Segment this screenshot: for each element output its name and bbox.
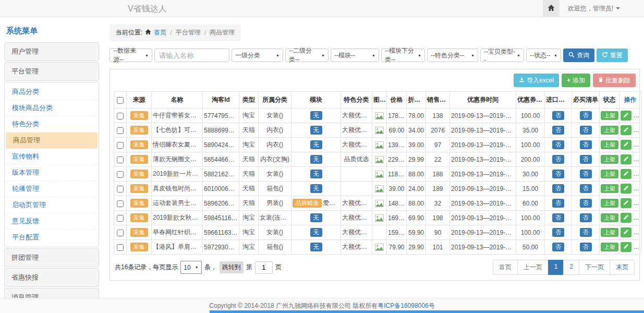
import-select-toggle[interactable]: 否 <box>552 199 564 208</box>
import-select-toggle[interactable]: 否 <box>552 140 564 150</box>
user-menu[interactable]: 欢迎您，管理员! <box>560 0 644 17</box>
must-buy-toggle[interactable]: 否 <box>580 184 592 194</box>
status-badge[interactable]: 上架 <box>601 199 618 208</box>
row-checkbox[interactable] <box>117 230 124 236</box>
row-checkbox[interactable] <box>117 186 124 192</box>
sidebar-subitem-9[interactable]: 平台配置 <box>5 230 99 245</box>
sidebar-item-1[interactable]: 平台管理 <box>4 62 99 81</box>
status-badge[interactable]: 上架 <box>601 111 618 121</box>
import-select-toggle[interactable]: 否 <box>552 213 564 223</box>
select-all-checkbox[interactable] <box>117 97 124 104</box>
sidebar-item-3[interactable]: 省惠快报 <box>4 268 99 287</box>
row-select-cell <box>114 123 127 138</box>
page-link-0[interactable]: 首页 <box>493 260 518 275</box>
page-size-select[interactable]: 10 ▼ <box>180 261 201 274</box>
row-checkbox[interactable] <box>117 113 124 119</box>
operations-cell <box>619 123 641 138</box>
filter-select-7[interactable]: --宝贝类型--▼ <box>480 49 524 62</box>
icp-link[interactable]: 粤ICP备16098006号 <box>378 302 434 310</box>
filter-select-6[interactable]: --特色分类--▼ <box>427 49 478 62</box>
edit-button[interactable] <box>621 140 631 150</box>
must-buy-toggle[interactable]: 否 <box>580 243 592 252</box>
sidebar-item-0[interactable]: 用户管理 <box>4 42 99 61</box>
jump-button[interactable]: 跳转到 <box>220 261 244 273</box>
edit-button[interactable] <box>621 111 631 121</box>
must-buy-toggle[interactable]: 否 <box>580 170 592 179</box>
must-buy-toggle[interactable]: 否 <box>580 213 592 223</box>
status-badge[interactable]: 上架 <box>601 213 618 223</box>
price: 169.90 <box>387 211 407 225</box>
sidebar-subitem-3[interactable]: 商品管理 <box>6 133 98 149</box>
import-select-toggle[interactable]: 否 <box>552 228 564 237</box>
row-checkbox[interactable] <box>117 127 124 134</box>
edit-button[interactable] <box>621 198 631 208</box>
row-checkbox[interactable] <box>117 156 124 163</box>
row-checkbox[interactable] <box>117 215 124 222</box>
price: 159.90 <box>387 225 407 240</box>
row-checkbox[interactable] <box>117 244 124 251</box>
row-checkbox[interactable] <box>117 142 124 149</box>
filter-select-5[interactable]: --模块下分类--▼ <box>381 49 425 62</box>
page-link-5[interactable]: 末页 <box>610 260 635 275</box>
status-badge[interactable]: 上架 <box>601 140 618 150</box>
edit-button[interactable] <box>621 125 631 135</box>
sidebar-subitem-5[interactable]: 版本管理 <box>5 165 99 181</box>
breadcrumb-home-link[interactable]: 首页 <box>154 28 166 37</box>
sidebar-subitem-7[interactable]: 启动页管理 <box>5 197 99 213</box>
column-header-7: 图标 <box>372 92 387 109</box>
must-buy-toggle[interactable]: 否 <box>580 140 592 150</box>
page-jump-input[interactable] <box>255 261 273 274</box>
horizontal-scrollbar-thumb[interactable] <box>210 310 644 313</box>
name-search-input[interactable] <box>154 49 229 62</box>
status-badge[interactable]: 上架 <box>601 184 618 194</box>
page-link-1[interactable]: 上一页 <box>517 260 549 275</box>
sidebar-subitem-8[interactable]: 意见反馈 <box>5 213 99 230</box>
sidebar-item-2[interactable]: 拼团管理 <box>4 248 99 267</box>
page-link-2[interactable]: 1 <box>548 260 564 275</box>
import-select-toggle[interactable]: 否 <box>552 155 564 164</box>
product-category: 内衣() <box>259 138 291 152</box>
filter-select-4[interactable]: --模块--▼ <box>331 49 379 62</box>
status-badge[interactable]: 上架 <box>601 243 618 252</box>
import-select-toggle[interactable]: 否 <box>552 170 564 179</box>
search-button[interactable]: 查询 <box>563 49 594 62</box>
sidebar-subitem-0[interactable]: 商品分类 <box>5 84 99 100</box>
edit-button[interactable] <box>621 169 631 179</box>
must-buy-toggle[interactable]: 否 <box>580 155 592 164</box>
status-badge[interactable]: 上架 <box>601 228 618 237</box>
table-row: 采集真皮钱包时尚优雅女士...601000601341天猫箱包()无39.002… <box>114 182 641 196</box>
must-buy-toggle[interactable]: 否 <box>580 228 592 237</box>
status-badge[interactable]: 上架 <box>601 170 618 179</box>
home-button[interactable] <box>543 0 560 17</box>
filter-select-0[interactable]: --数据来源--▼ <box>110 49 152 62</box>
filter-select-2[interactable]: 一级分类▼ <box>232 49 283 62</box>
row-checkbox[interactable] <box>117 171 124 178</box>
filter-select-8[interactable]: --状态--▼ <box>526 49 561 62</box>
add-button[interactable]: + 添加 <box>562 74 590 87</box>
edit-button[interactable] <box>621 242 631 252</box>
status-badge[interactable]: 上架 <box>601 155 618 164</box>
edit-button[interactable] <box>621 154 631 164</box>
page-link-3[interactable]: 2 <box>563 260 579 275</box>
batch-delete-button[interactable]: 批量删除 <box>593 74 636 87</box>
sidebar-subitem-4[interactable]: 宣传物料 <box>5 149 99 165</box>
must-buy-toggle[interactable]: 否 <box>580 199 592 208</box>
import-select-toggle[interactable]: 否 <box>552 111 564 121</box>
must-buy-toggle[interactable]: 否 <box>580 111 592 121</box>
sidebar-subitem-6[interactable]: 轮播管理 <box>5 181 99 197</box>
import-select-toggle[interactable]: 否 <box>552 126 564 135</box>
status-badge[interactable]: 上架 <box>601 126 618 135</box>
row-checkbox[interactable] <box>117 200 124 207</box>
edit-button[interactable] <box>621 184 631 194</box>
sidebar-subitem-2[interactable]: 特色分类 <box>5 116 99 133</box>
filter-select-3[interactable]: --二级分类--▼ <box>285 49 329 62</box>
edit-button[interactable] <box>621 213 631 223</box>
page-link-4[interactable]: 下一页 <box>579 260 610 275</box>
sidebar-subitem-1[interactable]: 模块商品分类 <box>5 100 99 116</box>
import-select-toggle[interactable]: 否 <box>552 243 564 252</box>
must-buy-toggle[interactable]: 否 <box>580 126 592 135</box>
edit-button[interactable] <box>621 227 631 237</box>
import-excel-button[interactable]: 导入excel <box>514 74 559 87</box>
import-select-toggle[interactable]: 否 <box>552 184 564 194</box>
reset-button[interactable]: 重置 <box>597 49 628 62</box>
